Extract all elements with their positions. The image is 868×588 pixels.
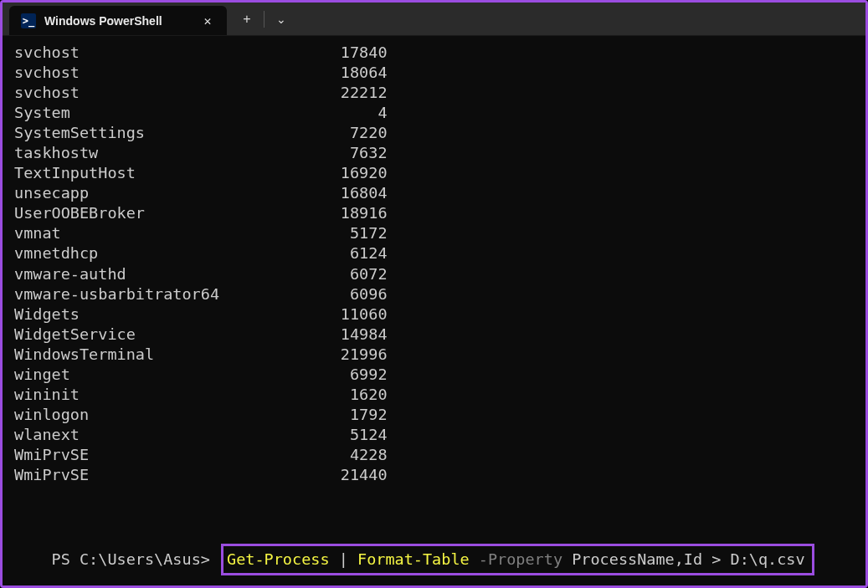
terminal-pane[interactable]: svchost 17840 svchost 18064 svchost 2221… [3,36,865,585]
prompt-prefix: PS C:\Users\Asus> [52,550,219,568]
tab-powershell[interactable]: >_ Windows PowerShell ✕ [9,6,227,35]
new-tab-button[interactable]: + [232,3,262,36]
close-icon[interactable]: ✕ [198,12,217,30]
tab-title: Windows PowerShell [44,14,190,28]
titlebar: >_ Windows PowerShell ✕ + ⌄ [3,3,865,36]
divider [264,11,265,28]
highlighted-command: Get-Process | Format-Table -Property Pro… [221,544,814,575]
cmd-get-process: Get-Process [227,550,330,568]
cmd-format-table: Format-Table [357,550,470,568]
prompt-line-1: PS C:\Users\Asus> Get-Process | Format-T… [14,524,854,585]
cmd-args: ProcessName,Id > D:\q.csv [572,550,804,568]
process-output: svchost 17840 svchost 18064 svchost 2221… [14,43,854,485]
titlebar-actions: + ⌄ [227,3,296,35]
param-property: -Property [470,550,573,568]
powershell-icon: >_ [21,13,36,28]
tab-dropdown-button[interactable]: ⌄ [266,3,296,36]
